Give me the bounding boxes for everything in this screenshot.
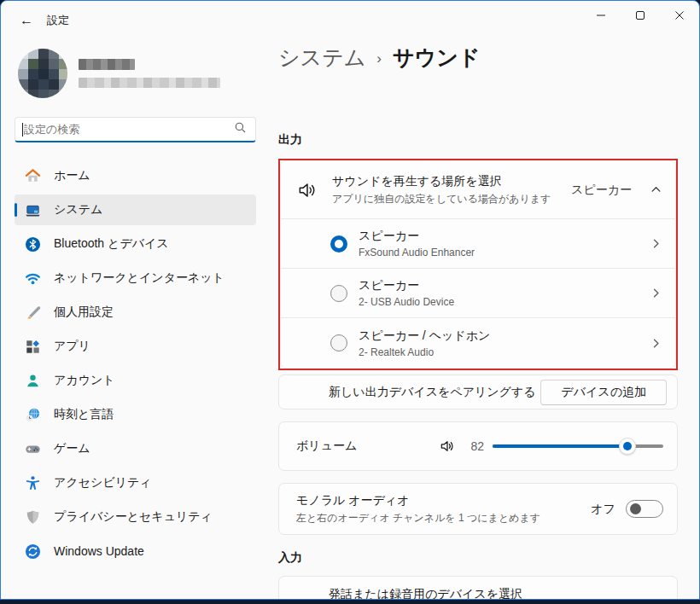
app-title: 設定: [47, 13, 69, 28]
input-device-expander[interactable]: 発話または録音用のデバイスを選択: [278, 576, 678, 599]
breadcrumb-parent[interactable]: システム: [278, 44, 365, 72]
search-input[interactable]: [24, 123, 234, 136]
toggle-state-label: オフ: [591, 502, 615, 517]
sidebar-item-label: 時刻と言語: [54, 407, 114, 422]
avatar: [18, 49, 67, 98]
mono-audio-subtitle: 左と右のオーディオ チャンネルを 1 つにまとめます: [296, 511, 591, 526]
mono-audio-text: モノラル オーディオ 左と右のオーディオ チャンネルを 1 つにまとめます: [296, 493, 591, 526]
output-expander-title: サウンドを再生する場所を選択: [332, 174, 571, 189]
output-device-list: スピーカー FxSound Audio Enhancer: [281, 219, 675, 368]
add-device-button[interactable]: デバイスの追加: [540, 380, 667, 405]
search-box[interactable]: [15, 117, 256, 142]
sidebar-item[interactable]: アカウント: [15, 365, 256, 396]
personalization-icon: [25, 305, 41, 321]
gaming-icon: [25, 441, 41, 457]
sidebar-item[interactable]: 個人用設定: [15, 297, 256, 328]
chevron-up-icon[interactable]: [650, 184, 662, 195]
device-name: スピーカー: [359, 278, 650, 293]
sidebar-item[interactable]: システム: [15, 195, 256, 225]
close-icon: [674, 10, 685, 20]
slider-thumb[interactable]: [619, 438, 636, 455]
back-button[interactable]: ←: [13, 9, 40, 32]
accessibility-icon: [25, 475, 41, 491]
page-title: サウンド: [393, 44, 480, 72]
output-device-row[interactable]: スピーカー / ヘッドホン 2- Realtek Audio: [281, 318, 675, 368]
output-section-label: 出力: [278, 132, 678, 148]
accounts-icon: [25, 373, 41, 389]
output-device-row[interactable]: スピーカー FxSound Audio Enhancer: [281, 219, 675, 269]
sidebar-item-label: ネットワークとインターネット: [54, 270, 225, 286]
network-icon: [25, 270, 41, 287]
radio-button[interactable]: [330, 235, 347, 253]
apps-icon: [25, 339, 41, 355]
sidebar-item-label: プライバシーとセキュリティ: [54, 509, 213, 525]
device-text: スピーカー / ヘッドホン 2- Realtek Audio: [359, 328, 650, 358]
device-detail: 2- USB Audio Device: [359, 296, 650, 308]
sidebar-item[interactable]: アプリ: [15, 331, 256, 362]
chevron-right-icon[interactable]: [650, 287, 662, 299]
sidebar-item[interactable]: Windows Update: [15, 536, 256, 566]
mono-audio-row: モノラル オーディオ 左と右のオーディオ チャンネルを 1 つにまとめます オフ: [278, 483, 678, 535]
sidebar: ホーム システム Bluetooth とデバイス ネットワークと: [1, 42, 271, 599]
caption-buttons: [581, 1, 699, 30]
sidebar-item[interactable]: 時刻と言語: [15, 399, 256, 430]
input-section-label: 入力: [278, 550, 678, 566]
titlebar: ← 設定: [1, 1, 699, 42]
home-icon: [25, 168, 41, 184]
sidebar-item-label: 個人用設定: [54, 305, 114, 320]
sidebar-item[interactable]: ホーム: [15, 160, 256, 191]
profile-text: [79, 59, 220, 88]
user-email-redacted: [79, 78, 220, 88]
main-content: システム › サウンド 出力: [271, 42, 699, 599]
breadcrumb-separator-icon: ›: [376, 50, 382, 67]
user-profile[interactable]: [18, 49, 256, 98]
sidebar-item[interactable]: Bluetooth とデバイス: [15, 229, 256, 259]
output-expander-subtitle: アプリに独自の設定をしている場合があります: [332, 192, 571, 206]
back-arrow-icon: ←: [20, 13, 33, 28]
breadcrumb: システム › サウンド: [278, 44, 678, 72]
output-expander-text: サウンドを再生する場所を選択 アプリに独自の設定をしている場合があります: [332, 174, 571, 206]
chevron-right-icon[interactable]: [650, 338, 662, 349]
sidebar-item[interactable]: プライバシーとセキュリティ: [15, 502, 256, 532]
pairing-row: 新しい出力デバイスをペアリングする デバイスの追加: [278, 375, 678, 409]
sidebar-item-label: ホーム: [54, 168, 90, 183]
minimize-button[interactable]: [581, 1, 621, 30]
output-selected-value: スピーカー: [571, 183, 632, 198]
device-detail: FxSound Audio Enhancer: [359, 247, 650, 258]
maximize-button[interactable]: [621, 1, 660, 30]
output-expander-header[interactable]: サウンドを再生する場所を選択 アプリに独自の設定をしている場合があります スピー…: [281, 161, 675, 219]
mono-audio-toggle[interactable]: [626, 500, 663, 518]
output-device-expander: サウンドを再生する場所を選択 アプリに独自の設定をしている場合があります スピー…: [280, 160, 676, 369]
time-language-icon: [25, 407, 41, 423]
user-name-redacted: [79, 59, 135, 70]
minimize-icon: [596, 10, 606, 20]
text-caret: [22, 123, 23, 136]
maximize-icon: [635, 10, 645, 20]
sidebar-item[interactable]: ネットワークとインターネット: [15, 263, 256, 293]
volume-value: 82: [464, 439, 484, 453]
sidebar-item[interactable]: ゲーム: [15, 433, 256, 464]
privacy-icon: [25, 509, 41, 526]
mono-audio-title: モノラル オーディオ: [296, 493, 591, 508]
speaker-icon: [296, 179, 318, 201]
device-text: スピーカー FxSound Audio Enhancer: [359, 229, 650, 258]
radio-button[interactable]: [330, 334, 347, 351]
sidebar-item-label: ゲーム: [54, 441, 90, 456]
input-expander-title: 発話または録音用のデバイスを選択: [329, 587, 663, 599]
sidebar-item-label: システム: [54, 202, 102, 218]
radio-button[interactable]: [330, 285, 347, 302]
device-text: スピーカー 2- USB Audio Device: [359, 278, 650, 308]
sidebar-item-label: アクセシビリティ: [54, 475, 152, 491]
volume-speaker-icon[interactable]: [439, 438, 456, 455]
chevron-right-icon[interactable]: [650, 238, 662, 249]
device-detail: 2- Realtek Audio: [359, 346, 650, 358]
output-device-row[interactable]: スピーカー 2- USB Audio Device: [281, 269, 675, 318]
windows-update-icon: [25, 543, 41, 560]
search-icon[interactable]: [234, 121, 247, 137]
sidebar-item[interactable]: アクセシビリティ: [15, 468, 256, 498]
bluetooth-icon: [25, 236, 41, 253]
close-button[interactable]: [660, 1, 699, 30]
device-name: スピーカー: [359, 229, 650, 244]
volume-slider[interactable]: [493, 438, 663, 455]
slider-fill: [493, 444, 633, 448]
